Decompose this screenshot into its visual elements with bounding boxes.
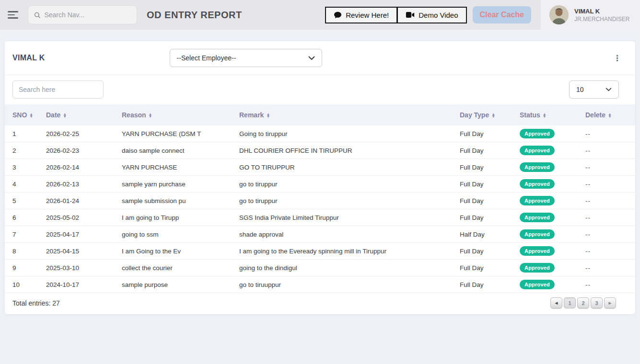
column-header-remark[interactable]: Remark▲▼ [232,104,452,125]
pagination-page-3[interactable]: 3 [591,297,603,308]
table-row: 72025-04-17going to ssmshade approvalHal… [5,226,635,243]
cell-reason: I am going to Tirupp [114,209,232,226]
cell-reason: sample yarn purchase [114,176,232,193]
cell-remark: Going to tiruppur [232,125,452,142]
cell-delete: -- [578,159,635,176]
cell-remark: go to tiruuppur [232,276,452,293]
sort-icon: ▲▼ [29,113,33,118]
status-badge: Approved [520,280,555,289]
status-badge: Approved [520,263,555,273]
cell-status: Approved [512,125,578,142]
pagination-next-button[interactable]: ► [604,297,616,308]
sort-icon: ▲▼ [543,113,547,118]
profile-role: JR.MERCHANDISER [574,16,629,23]
pagination: ◄123► [550,297,616,308]
cell-date: 2026-02-25 [38,125,114,142]
search-icon [34,11,40,19]
nav-search-input[interactable] [44,11,131,19]
cell-delete: -- [578,176,635,193]
review-here-button[interactable]: Review Here! [325,7,397,23]
cell-day-type: Full Day [452,159,512,176]
cell-day-type: Full Day [452,142,512,159]
cell-status: Approved [512,209,578,226]
status-badge: Approved [520,162,555,172]
cell-sno: 1 [5,125,38,142]
cell-delete: -- [578,276,635,293]
cell-reason: sample purpose [114,276,232,293]
cell-reason: YARN PURCHASE (DSM T [114,125,232,142]
cell-reason: going to ssm [114,226,232,243]
pagination-page-2[interactable]: 2 [577,297,589,308]
page-size-select[interactable]: 10 [569,80,619,99]
column-header-status[interactable]: Status▲▼ [512,104,578,125]
cell-remark: SGS India Private Limited Tiruppur [232,209,452,226]
cell-remark: GO TO TIRUPPUR [232,159,452,176]
demo-video-button[interactable]: Demo Video [397,7,466,23]
menu-icon[interactable] [8,9,20,21]
column-header-date[interactable]: Date▲▼ [38,104,114,125]
chevron-down-icon [308,56,315,60]
table-row: 22026-02-23daiso sample connectDHL COURI… [5,142,635,159]
cell-delete: -- [578,226,635,243]
clear-cache-button[interactable]: Clear Cache [473,6,532,23]
cell-remark: go to tiruppur [232,176,452,193]
cell-day-type: Full Day [452,193,512,209]
total-entries: Total entries: 27 [12,299,60,307]
status-badge: Approved [520,213,555,222]
column-header-delete[interactable]: Delete▲▼ [578,104,635,125]
cell-day-type: Full Day [452,260,512,276]
speech-bubble-icon [334,11,342,19]
sort-icon: ▲▼ [266,113,270,118]
pagination-prev-button[interactable]: ◄ [550,297,562,308]
profile-name: VIMAL K [574,8,629,15]
od-entry-table: SNO▲▼Date▲▼Reason▲▼Remark▲▼Day Type▲▼Sta… [5,104,635,293]
employee-select[interactable]: --Select Employee-- [170,49,322,67]
cell-status: Approved [512,260,578,276]
table-row: 62025-05-02I am going to TiruppSGS India… [5,209,635,226]
table-footer: Total entries: 27 ◄123► [5,293,635,314]
cell-day-type: Full Day [452,243,512,260]
report-card: VIMAL K --Select Employee-- ⋮ 10 SNO▲▼Da… [5,41,635,314]
cell-reason: I am Going to the Ev [114,243,232,260]
table-row: 42026-02-13sample yarn purchasego to tir… [5,176,635,193]
video-camera-icon [406,11,415,18]
cell-delete: -- [578,243,635,260]
table-header-row: SNO▲▼Date▲▼Reason▲▼Remark▲▼Day Type▲▼Sta… [5,104,635,125]
status-badge: Approved [520,146,555,155]
sort-icon: ▲▼ [491,113,495,118]
cell-sno: 2 [5,142,38,159]
column-header-sno[interactable]: SNO▲▼ [5,104,38,125]
column-header-day-type[interactable]: Day Type▲▼ [452,104,512,125]
cell-delete: -- [578,260,635,276]
cell-status: Approved [512,176,578,193]
card-header: VIMAL K --Select Employee-- ⋮ [5,41,635,75]
cell-status: Approved [512,276,578,293]
cell-delete: -- [578,209,635,226]
nav-search-box[interactable] [28,5,137,24]
page-title: OD ENTRY REPORT [147,10,242,21]
table-search-input[interactable] [12,80,104,99]
cell-date: 2025-04-15 [38,243,114,260]
cell-delete: -- [578,125,635,142]
cell-status: Approved [512,142,578,159]
pagination-page-1[interactable]: 1 [564,297,576,308]
sort-icon: ▲▼ [608,113,612,118]
cell-day-type: Half Day [452,226,512,243]
cell-sno: 6 [5,209,38,226]
cell-reason: YARN PURCHASE [114,159,232,176]
kebab-menu-icon[interactable]: ⋮ [610,54,625,62]
column-header-reason[interactable]: Reason▲▼ [114,104,232,125]
cell-remark: go to tiruppur [232,193,452,209]
cell-day-type: Full Day [452,276,512,293]
cell-reason: collect the courier [114,260,232,276]
status-badge: Approved [520,246,555,256]
cell-status: Approved [512,226,578,243]
nav-button-group: Review Here! Demo Video [325,7,466,23]
user-profile[interactable]: VIMAL K JR.MERCHANDISER [541,0,640,30]
cell-sno: 4 [5,176,38,193]
cell-remark: going to the dindigul [232,260,452,276]
table-row: 32026-02-14YARN PURCHASEGO TO TIRUPPURFu… [5,159,635,176]
cell-date: 2025-04-17 [38,226,114,243]
cell-date: 2026-01-24 [38,193,114,209]
cell-reason: sample submission pu [114,193,232,209]
